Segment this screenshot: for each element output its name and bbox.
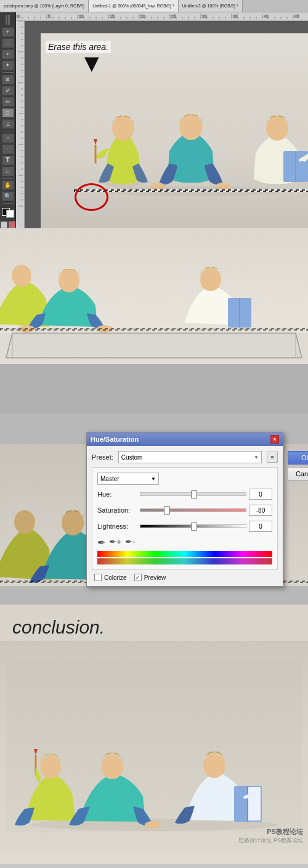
quick-mask-mode[interactable]	[9, 221, 15, 228]
svg-point-114	[14, 510, 35, 534]
shape-tool[interactable]: □	[2, 167, 14, 176]
preset-dropdown[interactable]: Custom ▼	[118, 451, 262, 463]
hue-slider-thumb[interactable]	[191, 490, 197, 498]
standard-mode[interactable]	[1, 221, 7, 228]
lightness-row: Lightness:	[97, 521, 272, 532]
tab-3[interactable]: Untitled-3 @ 100% (RGB/8) *	[179, 0, 243, 12]
eyedropper-row: ✒ ✒+ ✒-	[97, 537, 272, 548]
saturation-slider-thumb[interactable]	[164, 506, 170, 515]
huesat-section: Hue/Saturation × Preset: Custom ▼ ≡	[0, 413, 308, 605]
svg-point-106	[200, 268, 221, 291]
checkbox-section: Colorize ✓ Preview	[94, 574, 278, 581]
svg-point-103	[59, 269, 79, 292]
watermark: PS教程论坛 思路设计论坛 PS教案论坛	[238, 827, 303, 845]
svg-text:15: 15	[110, 14, 115, 19]
lightness-input[interactable]	[249, 521, 272, 532]
ps-canvas: Erase this area. ▼	[41, 33, 308, 228]
svg-text:35: 35	[233, 14, 238, 19]
channel-value: Master	[100, 476, 120, 482]
conclusion-text-container: conclusion.	[0, 605, 308, 641]
svg-text:25: 25	[171, 14, 176, 19]
canvas-area: 0 5 10 15	[0, 12, 308, 228]
middle-photo-bg	[0, 228, 308, 364]
conclusion-text: conclusion.	[12, 617, 105, 637]
middle-photo-section	[0, 228, 308, 364]
svg-text:5: 5	[48, 14, 51, 19]
huesat-dialog: Hue/Saturation × Preset: Custom ▼ ≡	[86, 432, 283, 587]
preset-row: Preset: Custom ▼ ≡	[92, 451, 278, 463]
brush-tool[interactable]: ✏	[2, 97, 14, 107]
gray-spacer	[0, 364, 308, 413]
svg-point-125	[203, 753, 225, 778]
middle-children-svg	[0, 228, 308, 333]
pen-tool[interactable]: ⋅	[2, 144, 14, 154]
dialog-titlebar: Hue/Saturation ×	[87, 432, 283, 446]
cancel-button[interactable]: Cancel	[288, 467, 308, 481]
magic-wand-tool[interactable]: ✦	[2, 60, 14, 70]
crop-tool[interactable]: ⊠	[2, 75, 14, 85]
svg-point-95	[266, 116, 288, 141]
eyedropper-plus-icon[interactable]: ✒+	[109, 537, 121, 548]
conclusion-children-svg	[6, 659, 302, 832]
eyedropper-minus-icon[interactable]: ✒-	[125, 537, 136, 548]
colorize-label: Colorize	[104, 574, 127, 581]
ruler-horizontal: 0 5 10 15	[16, 12, 308, 21]
settings-box: Master ▼ Hue: Saturation:	[92, 467, 278, 570]
lightness-slider-thumb[interactable]	[191, 523, 197, 531]
hue-input[interactable]	[249, 489, 272, 500]
dialog-close-button[interactable]: ×	[270, 435, 279, 444]
preview-checkbox[interactable]: ✓	[134, 574, 142, 581]
svg-point-115	[62, 511, 84, 535]
preview-label: Preview	[144, 574, 166, 581]
svg-text:30: 30	[202, 14, 207, 19]
eyedrop-tool[interactable]: ✐	[2, 86, 14, 96]
svg-text:40: 40	[264, 14, 269, 19]
saturation-row: Saturation:	[97, 505, 272, 516]
watermark-line2: 思路设计论坛 PS教案论坛	[238, 837, 303, 845]
saturation-input[interactable]	[249, 505, 272, 516]
move-tool[interactable]: +	[2, 27, 14, 37]
hue-gradient-bar-bottom	[97, 558, 272, 564]
eyedropper-icon[interactable]: ✒	[97, 537, 105, 548]
svg-text:0: 0	[17, 14, 20, 19]
lightness-slider-track[interactable]	[140, 524, 246, 528]
tab-1[interactable]: psbdcpxnr.bmp @ 100% (Layer 0, RGB/8)	[0, 0, 89, 12]
background-color[interactable]	[6, 210, 14, 218]
tab-2[interactable]: Untitled-1 @ 300% (898545_low, RGB/8) *	[89, 0, 178, 12]
dialog-buttons: OK Cancel	[288, 451, 308, 481]
text-tool[interactable]: T	[2, 155, 14, 165]
eraser-tool[interactable]: ◻	[2, 108, 14, 118]
preset-dropdown-arrow: ▼	[254, 455, 259, 460]
paint-bucket-tool[interactable]: △	[2, 119, 14, 129]
dialog-content: Preset: Custom ▼ ≡ Master ▼	[87, 446, 283, 586]
hue-label: Hue:	[97, 490, 137, 498]
annotation-overlay: Erase this area. ▼	[46, 41, 111, 75]
channel-dropdown[interactable]: Master ▼	[97, 473, 159, 485]
svg-text:20: 20	[140, 14, 145, 19]
lasso-tool[interactable]: ⌖	[2, 49, 14, 59]
preset-label: Preset:	[92, 453, 113, 461]
zoom-tool[interactable]: 🔍	[2, 191, 14, 201]
svg-point-92	[179, 114, 203, 140]
saturation-slider-track[interactable]	[140, 508, 246, 512]
saturation-label: Saturation:	[97, 506, 137, 514]
hand-tool[interactable]: ✋	[2, 180, 14, 190]
tab-bar: psbdcpxnr.bmp @ 100% (Layer 0, RGB/8) Un…	[0, 0, 308, 12]
conclusion-section: conclusion.	[0, 605, 308, 864]
red-circle-annotation	[75, 183, 108, 211]
colorize-checkbox[interactable]	[94, 574, 102, 581]
dialog-title: Hue/Saturation	[91, 436, 139, 443]
color-swatches[interactable]	[2, 208, 14, 218]
dodge-tool[interactable]: ○	[2, 133, 14, 143]
svg-marker-91	[94, 139, 97, 145]
hue-slider-track[interactable]	[140, 492, 246, 496]
svg-point-123	[101, 754, 123, 779]
ps-toolbar: + ⬚ ⌖ ✦ ⊠ ✐ ✏ ◻ △ ○ ⋅ T □ ✋ 🔍	[0, 12, 16, 228]
svg-text:45: 45	[294, 14, 299, 19]
preset-settings-button[interactable]: ≡	[267, 452, 278, 463]
annotation-arrow: ▼	[79, 51, 111, 75]
ok-button[interactable]: OK	[288, 451, 308, 465]
perspective-box	[0, 327, 308, 364]
canvas-photo: Erase this area. ▼	[41, 33, 308, 228]
marquee-tool[interactable]: ⬚	[2, 38, 14, 48]
